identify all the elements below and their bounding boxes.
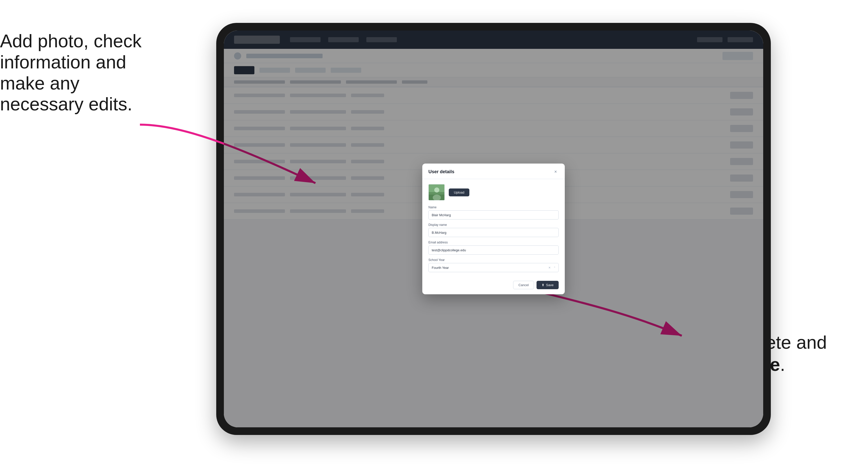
photo-section: Upload: [428, 184, 559, 200]
user-details-modal: User details ×: [422, 163, 565, 294]
user-photo-thumbnail: [428, 184, 445, 200]
save-button[interactable]: ⬆ Save: [536, 281, 559, 289]
annotation-left: Add photo, check information and make an…: [0, 31, 148, 115]
school-year-field-group: School Year Fourth Year First Year Secon…: [428, 258, 559, 272]
upload-photo-button[interactable]: Upload: [449, 188, 469, 196]
modal-title: User details: [428, 169, 454, 175]
email-label: Email address: [428, 241, 559, 244]
modal-footer: Cancel ⬆ Save: [422, 281, 565, 294]
cancel-button[interactable]: Cancel: [513, 281, 534, 289]
select-icons: × ⌃: [548, 266, 557, 270]
modal-close-button[interactable]: ×: [553, 168, 559, 175]
svg-point-2: [434, 187, 439, 192]
select-clear-icon[interactable]: ×: [548, 266, 552, 270]
email-input[interactable]: [428, 245, 559, 255]
annotation-left-line3: make any: [0, 73, 80, 93]
person-silhouette-icon: [429, 184, 445, 200]
display-name-label: Display name: [428, 223, 559, 227]
tablet-screen: User details ×: [224, 31, 763, 427]
svg-rect-4: [429, 195, 445, 200]
annotation-left-line2: information and: [0, 52, 126, 72]
photo-placeholder: [429, 184, 444, 200]
email-field-group: Email address: [428, 241, 559, 255]
school-year-label: School Year: [428, 258, 559, 262]
annotation-left-line1: Add photo, check: [0, 31, 142, 51]
select-arrow-icon[interactable]: ⌃: [553, 266, 557, 270]
app-background: User details ×: [224, 31, 763, 427]
school-year-select-wrapper: Fourth Year First Year Second Year Third…: [428, 263, 559, 272]
save-label: Save: [546, 283, 554, 287]
annotation-right-end: .: [780, 354, 785, 375]
modal-overlay: User details ×: [224, 31, 763, 427]
school-year-select[interactable]: Fourth Year First Year Second Year Third…: [428, 263, 559, 272]
modal-body: Upload Name Display name: [422, 179, 565, 281]
modal-header: User details ×: [422, 163, 565, 179]
display-name-field-group: Display name: [428, 223, 559, 237]
name-label: Name: [428, 206, 559, 209]
name-input[interactable]: [428, 210, 559, 219]
save-icon: ⬆: [541, 283, 545, 287]
display-name-input[interactable]: [428, 228, 559, 237]
name-field-group: Name: [428, 206, 559, 219]
tablet: User details ×: [216, 23, 771, 435]
annotation-left-line4: necessary edits.: [0, 94, 132, 114]
